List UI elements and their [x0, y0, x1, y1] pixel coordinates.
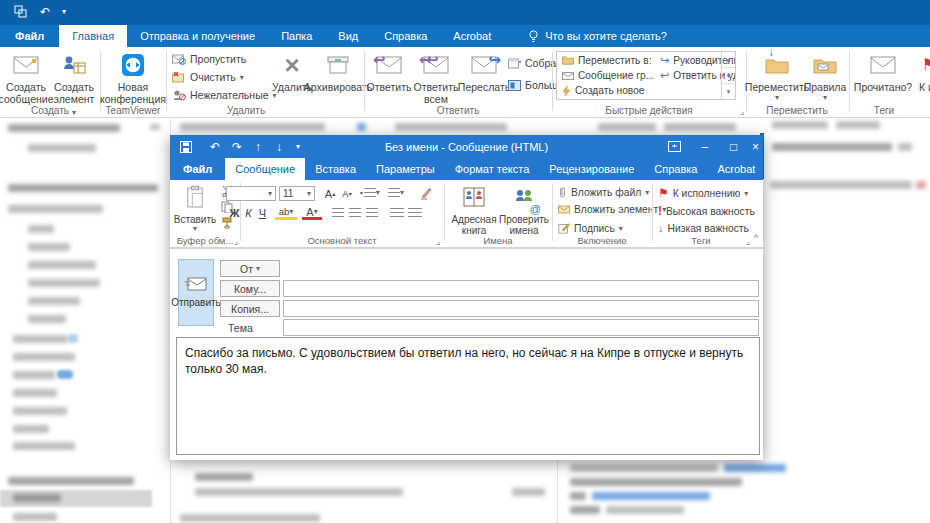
ribbon-display-options-icon[interactable] [660, 135, 689, 158]
send-receive-icon[interactable] [14, 0, 27, 23]
quick-step-move-to[interactable]: Переместить в: ? [559, 53, 655, 68]
reply-button[interactable]: ↩ Ответить [367, 50, 411, 94]
align-right-icon[interactable] [366, 208, 378, 217]
close-button[interactable]: × [748, 135, 763, 158]
redacted-to-link[interactable] [592, 492, 710, 500]
redacted-folder[interactable] [28, 144, 96, 152]
archive-button[interactable]: Архивировать [312, 50, 364, 94]
redacted-folder[interactable] [28, 243, 70, 251]
forward-button[interactable]: ↪ Переслать [461, 50, 507, 94]
move-button[interactable]: ↓ Переместить ▾ [750, 50, 804, 103]
to-button[interactable]: Кому... [220, 280, 280, 297]
customize-qat-icon[interactable]: ▾ [62, 0, 66, 23]
redacted-account-name[interactable] [8, 124, 120, 132]
redacted-list-header[interactable] [598, 123, 656, 131]
redacted-folder[interactable] [28, 315, 66, 323]
redacted-row[interactable] [180, 514, 320, 522]
low-importance-button[interactable]: ↓ Низкая важность [658, 222, 749, 234]
rules-button[interactable]: Правила ▾ [806, 50, 844, 103]
quick-step-create-new[interactable]: Создать новое [559, 83, 655, 98]
redacted-folder[interactable] [28, 261, 96, 269]
tab-message-compose[interactable]: Сообщение [225, 158, 305, 180]
redacted-pane-header[interactable] [772, 121, 828, 129]
tab-home-main[interactable]: Главная [59, 25, 127, 47]
follow-up-button[interactable]: ⚑ К исполнению ▾ [658, 186, 748, 200]
decrease-indent-icon[interactable] [390, 208, 404, 217]
redacted-subject[interactable] [195, 488, 403, 496]
bold-button[interactable]: Ж [228, 206, 241, 220]
tab-formattext-compose[interactable]: Формат текста [445, 158, 540, 180]
tab-sendreceive-main[interactable]: Отправка и получение [127, 25, 268, 47]
redacted-sender[interactable] [195, 473, 253, 481]
redacted-folder[interactable] [13, 353, 75, 361]
junk-button[interactable]: Нежелательные ▾ [172, 89, 277, 101]
high-importance-button[interactable]: ! Высокая важность [658, 204, 755, 218]
font-name-combobox[interactable]: ▾ [226, 186, 276, 201]
collapse-ribbon-icon[interactable]: ^ [750, 232, 762, 244]
redacted-folder[interactable] [8, 205, 103, 213]
signature-button[interactable]: Подпись ▾ [558, 222, 623, 234]
check-names-button[interactable]: @ Проверить имена [500, 182, 548, 236]
subject-field[interactable] [283, 319, 759, 336]
bullets-button[interactable]: •▾ [360, 188, 380, 197]
dialog-launcher-icon[interactable]: ⌟ [436, 236, 440, 246]
attach-item-button[interactable]: Вложить элемент ▾ [558, 204, 666, 215]
font-color-button[interactable]: А▾ [302, 206, 322, 220]
cc-button[interactable]: Копия... [220, 300, 280, 317]
tab-view-main[interactable]: Вид [325, 25, 371, 47]
cleanup-button[interactable]: Очистить ▾ [172, 71, 244, 83]
new-email-button[interactable]: Создать сообщение [3, 50, 49, 106]
compose-titlebar[interactable]: ↶ ↷ ↑ ↓ ▾ Без имени - Сообщение (HTML) –… [170, 135, 763, 158]
tab-file-main[interactable]: Файл [0, 25, 59, 47]
reply-all-button[interactable]: ↩ ↩ Ответить всем [412, 50, 460, 106]
to-field[interactable] [283, 280, 759, 297]
font-size-combobox[interactable]: 11▾ [279, 186, 315, 201]
redacted-pane-header[interactable] [836, 121, 880, 129]
clear-formatting-icon[interactable] [418, 186, 434, 201]
tab-help-main[interactable]: Справка [371, 25, 440, 47]
redacted-filter-icon[interactable] [357, 123, 366, 131]
new-conference-button[interactable]: Новая конференция [105, 50, 161, 106]
tab-file-compose[interactable]: Файл [170, 158, 225, 180]
redacted-search-box[interactable] [180, 123, 325, 131]
tab-assistant-compose[interactable]: Помощник [765, 158, 854, 180]
grow-font-button[interactable]: А▴ [322, 186, 338, 201]
shrink-font-button[interactable]: А▾ [339, 186, 355, 201]
message-body-editor[interactable]: Спасибо за письмо. С удовольствием бы от… [176, 337, 760, 455]
redacted-folder[interactable] [13, 335, 68, 343]
cc-field[interactable] [283, 300, 759, 317]
tab-insert-compose[interactable]: Вставка [305, 158, 366, 180]
ignore-button[interactable]: Пропустить [172, 53, 246, 65]
redacted-folder[interactable] [28, 297, 80, 305]
underline-button[interactable]: Ч [256, 206, 269, 220]
send-button[interactable]: Отправить [178, 259, 214, 326]
tab-options-compose[interactable]: Параметры [366, 158, 445, 180]
maximize-button[interactable]: □ [719, 135, 748, 158]
redacted-account-email[interactable] [8, 184, 158, 192]
redacted-folder[interactable] [28, 279, 100, 287]
redacted-link[interactable] [724, 464, 786, 472]
read-unread-button[interactable]: Прочитано? [854, 50, 912, 94]
italic-button[interactable]: К [242, 206, 255, 220]
align-left-icon[interactable] [332, 208, 344, 217]
redacted-folder[interactable] [13, 389, 57, 397]
tab-acrobat-main[interactable]: Acrobat [440, 25, 504, 47]
redacted-folder[interactable] [13, 371, 55, 379]
scroll-down-icon[interactable]: ▼ [722, 68, 735, 84]
tab-acrobat-compose[interactable]: Acrobat [707, 158, 765, 180]
redacted-account-email[interactable] [8, 477, 134, 485]
redacted-folder[interactable] [13, 425, 49, 433]
tab-review-compose[interactable]: Рецензирование [539, 158, 644, 180]
attach-file-button[interactable]: Вложить файл ▾ [558, 186, 649, 199]
collapse-caret[interactable] [150, 124, 160, 130]
highlight-button[interactable]: ab▾ [275, 206, 297, 220]
redacted-folder[interactable] [13, 442, 75, 450]
tab-help-compose[interactable]: Справка [644, 158, 707, 180]
paste-button[interactable]: Вставить ▾ [174, 182, 216, 234]
quick-step-team-email[interactable]: Сообщение гр... [559, 68, 655, 83]
scroll-up-icon[interactable]: ▲ [722, 52, 735, 68]
from-button[interactable]: От▾ [220, 260, 280, 277]
increase-indent-icon[interactable] [408, 208, 422, 217]
more-steps-icon[interactable]: ▼ [722, 84, 735, 99]
undo-icon[interactable]: ↶ [40, 0, 50, 23]
